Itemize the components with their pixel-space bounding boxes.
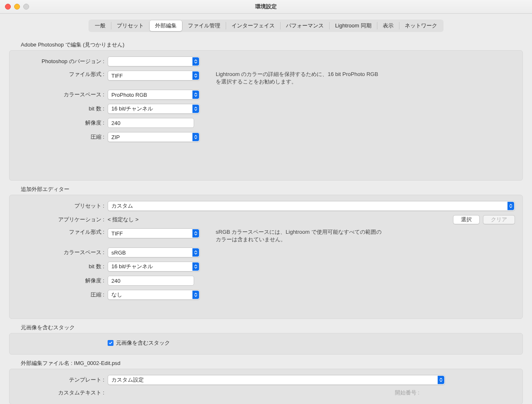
additional-file-format-select[interactable]: TIFF	[108, 228, 200, 238]
ps-compression-select[interactable]: ZIP	[108, 132, 200, 142]
window-titlebar: 環境設定	[0, 0, 532, 14]
tab-lightroom-sync[interactable]: Lightroom 同期	[330, 20, 377, 31]
stack-with-original-label: 元画像を含むスタック	[116, 339, 170, 347]
template-value: カスタム設定	[111, 376, 144, 384]
dropdown-arrows-icon	[192, 291, 199, 299]
additional-resolution-value: 240	[111, 278, 121, 284]
filename-section-title-prefix: 外部編集ファイル名 :	[21, 360, 74, 366]
additional-panel: プリセット : カスタム アプリケーション : < 指定なし > 選択 クリア …	[9, 195, 523, 319]
close-window-button[interactable]	[5, 4, 11, 10]
dropdown-arrows-icon	[192, 229, 199, 238]
ps-bit-depth-select[interactable]: 16 bit/チャンネル	[108, 104, 200, 114]
ps-compression-value: ZIP	[111, 134, 120, 140]
additional-bit-depth-select[interactable]: 16 bit/チャンネル	[108, 262, 200, 272]
additional-resolution-label: 解像度 :	[17, 277, 108, 284]
additional-resolution-input[interactable]: 240	[108, 276, 194, 286]
tab-display[interactable]: 表示	[377, 20, 399, 31]
photoshop-version-label: Photoshop のバージョン :	[17, 58, 108, 65]
photoshop-section-title: Adobe Photoshop で編集 (見つかりません)	[21, 41, 523, 49]
tab-file-handling[interactable]: ファイル管理	[182, 20, 226, 31]
filename-panel: テンプレート : カスタム設定 カスタムテキスト : 開始番号 :	[9, 369, 523, 404]
ps-resolution-label: 解像度 :	[17, 119, 108, 127]
clear-application-button: クリア	[483, 215, 515, 224]
preferences-tabstrip: 一般 プリセット 外部編集 ファイル管理 インターフェイス パフォーマンス Li…	[0, 20, 532, 32]
ps-bit-depth-value: 16 bit/チャンネル	[111, 105, 153, 113]
template-select[interactable]: カスタム設定	[108, 375, 445, 385]
tab-network[interactable]: ネットワーク	[399, 20, 443, 31]
additional-compression-value: なし	[111, 291, 122, 299]
filename-section-title-value: IMG_0002-Edit.psd	[74, 360, 121, 366]
ps-file-format-label: ファイル形式 :	[17, 71, 108, 78]
stack-section-title: 元画像を含むスタック	[21, 324, 523, 331]
ps-file-format-select[interactable]: TIFF	[108, 71, 200, 81]
additional-preset-label: プリセット :	[17, 202, 108, 210]
ps-compression-label: 圧縮 :	[17, 133, 108, 141]
dropdown-arrows-icon	[192, 262, 199, 271]
additional-file-format-label: ファイル形式 :	[17, 228, 108, 236]
custom-text-label: カスタムテキスト :	[17, 389, 108, 397]
additional-color-space-label: カラースペース :	[17, 249, 108, 256]
dropdown-arrows-icon	[438, 376, 444, 384]
ps-hint-text: Lightroom のカラーの詳細を保持するために、16 bit ProPhot…	[216, 71, 382, 86]
additional-section-title: 追加外部エディター	[21, 186, 523, 193]
additional-application-value: < 指定なし >	[108, 216, 138, 223]
filename-section-title: 外部編集ファイル名 : IMG_0002-Edit.psd	[21, 360, 523, 367]
ps-color-space-select[interactable]: ProPhoto RGB	[108, 90, 200, 100]
zoom-window-button	[23, 4, 29, 10]
additional-compression-label: 圧縮 :	[17, 291, 108, 299]
select-application-button[interactable]: 選択	[453, 215, 480, 224]
additional-color-space-select[interactable]: sRGB	[108, 247, 200, 257]
tab-performance[interactable]: パフォーマンス	[281, 20, 329, 31]
dropdown-arrows-icon	[192, 57, 199, 66]
additional-bit-depth-label: bit 数 :	[17, 263, 108, 270]
dropdown-arrows-icon	[192, 91, 199, 99]
template-label: テンプレート :	[17, 376, 108, 384]
photoshop-version-select[interactable]	[108, 56, 200, 66]
dropdown-arrows-icon	[192, 248, 199, 257]
additional-color-space-value: sRGB	[111, 250, 126, 256]
tab-interface[interactable]: インターフェイス	[226, 20, 280, 31]
tab-presets[interactable]: プリセット	[111, 20, 149, 31]
window-title: 環境設定	[0, 3, 532, 10]
tab-general[interactable]: 一般	[89, 20, 111, 31]
ps-resolution-value: 240	[111, 120, 121, 126]
start-number-label: 開始番号 :	[395, 389, 419, 397]
minimize-window-button[interactable]	[14, 4, 20, 10]
additional-bit-depth-value: 16 bit/チャンネル	[111, 263, 153, 270]
tab-external-editing[interactable]: 外部編集	[150, 20, 182, 31]
additional-compression-select[interactable]: なし	[108, 290, 200, 300]
ps-file-format-value: TIFF	[111, 73, 123, 79]
additional-application-label: アプリケーション :	[17, 216, 108, 223]
ps-resolution-input[interactable]: 240	[108, 118, 194, 128]
additional-preset-value: カスタム	[111, 202, 133, 210]
photoshop-panel: Photoshop のバージョン : ファイル形式 : TIFF Lightro…	[9, 50, 523, 181]
dropdown-arrows-icon	[192, 105, 199, 113]
ps-color-space-label: カラースペース :	[17, 91, 108, 98]
stack-panel: 元画像を含むスタック	[9, 333, 523, 355]
additional-hint-text: sRGB カラースペースには、Lightroom で使用可能なすべての範囲のカラ…	[216, 228, 382, 243]
dropdown-arrows-icon	[192, 133, 199, 141]
ps-bit-depth-label: bit 数 :	[17, 105, 108, 113]
dropdown-arrows-icon	[507, 202, 514, 210]
additional-file-format-value: TIFF	[111, 230, 123, 237]
ps-color-space-value: ProPhoto RGB	[111, 92, 147, 98]
additional-preset-select[interactable]: カスタム	[108, 201, 515, 211]
dropdown-arrows-icon	[192, 71, 199, 80]
stack-with-original-checkbox[interactable]	[108, 340, 113, 346]
